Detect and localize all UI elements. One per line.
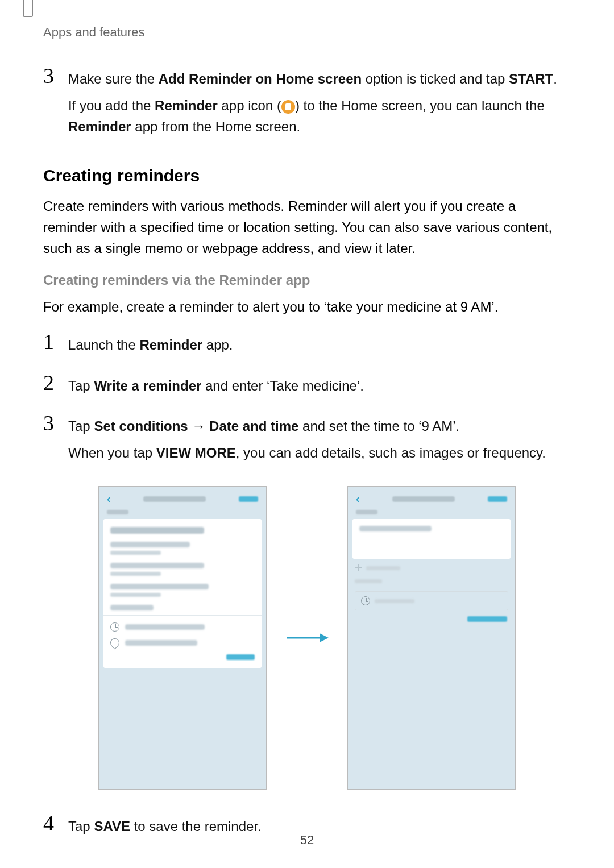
view-more-label-placeholder <box>467 616 507 622</box>
placeholder-line <box>110 527 204 534</box>
page-tab-decoration <box>23 0 33 17</box>
text: Tap <box>68 418 94 434</box>
step-number: 3 <box>43 65 68 86</box>
placeholder-line <box>110 593 161 597</box>
bold-text: Reminder <box>139 337 202 352</box>
page: Apps and features 3 Make sure the Add Re… <box>0 0 614 868</box>
location-row <box>110 638 255 647</box>
text: and set the time to ‘9 AM’. <box>298 418 459 434</box>
text: ) to the Home screen, you can launch the <box>295 98 545 113</box>
step-3: 3 Tap Set conditions → Date and time and… <box>43 412 571 469</box>
placeholder-line <box>110 563 204 568</box>
step-1: 1 Launch the Reminder app. <box>43 331 571 361</box>
header-title-placeholder <box>143 496 206 502</box>
text: , you can add details, such as images or… <box>236 445 546 460</box>
add-attachment-row <box>355 564 508 571</box>
placeholder-line <box>359 526 432 531</box>
placeholder-line <box>125 624 205 630</box>
placeholder-line <box>110 542 190 547</box>
cancel-label-placeholder <box>226 654 255 660</box>
text: . <box>553 71 557 86</box>
placeholder-line <box>110 584 209 589</box>
placeholder-line <box>366 566 400 570</box>
date-time-row <box>110 622 255 632</box>
page-number: 52 <box>0 833 614 848</box>
figure-row: ‹ <box>43 486 571 790</box>
screenshot-right: ‹ <box>347 486 516 790</box>
attachment-area <box>355 564 508 622</box>
content-area: 3 Make sure the Add Reminder on Home scr… <box>43 65 571 842</box>
text: and enter ‘Take medicine’. <box>201 378 364 393</box>
text: option is ticked and tap <box>362 71 509 86</box>
step-number: 2 <box>43 372 68 393</box>
bold-text: Date and time <box>209 418 298 434</box>
heading-creating-reminders: Creating reminders <box>43 166 571 185</box>
phone-header: ‹ <box>99 487 266 509</box>
text: to save the reminder. <box>130 819 262 834</box>
bold-text: Write a reminder <box>94 378 201 393</box>
clock-icon <box>110 622 119 632</box>
placeholder-line <box>125 640 197 646</box>
datetime-box <box>355 591 508 610</box>
placeholder-line <box>110 551 161 555</box>
screenshot-left: ‹ <box>98 486 267 790</box>
memo-card <box>352 519 511 559</box>
save-label-placeholder <box>239 496 258 502</box>
bold-text: Set conditions <box>94 418 188 434</box>
step-body: Make sure the Add Reminder on Home scree… <box>68 68 571 143</box>
text: app icon ( <box>218 98 281 113</box>
text: If you add the <box>68 98 155 113</box>
step-body: Tap Set conditions → Date and time and s… <box>68 416 546 469</box>
save-label-placeholder <box>488 496 507 502</box>
text: app. <box>202 337 233 352</box>
paragraph: For example, create a reminder to alert … <box>43 296 571 317</box>
subheading: Creating reminders via the Reminder app <box>43 272 571 288</box>
conditions-card <box>103 519 262 668</box>
placeholder-line <box>375 599 414 603</box>
step-body: Tap Write a reminder and enter ‘Take med… <box>68 375 364 402</box>
sub-label-placeholder <box>356 510 377 514</box>
arrow-text: → <box>188 418 209 434</box>
placeholder-line <box>110 572 161 576</box>
text: Make sure the <box>68 71 159 86</box>
text: app from the Home screen. <box>131 119 300 134</box>
step-number: 4 <box>43 812 68 834</box>
bold-text: SAVE <box>94 819 130 834</box>
reminder-app-icon <box>281 100 295 114</box>
bold-text: START <box>509 71 553 86</box>
step-body: Launch the Reminder app. <box>68 334 233 361</box>
phone-header: ‹ <box>348 487 515 509</box>
clock-icon <box>361 596 370 605</box>
divider <box>103 615 262 616</box>
bold-text: Reminder <box>68 119 131 134</box>
back-icon: ‹ <box>107 492 111 505</box>
step-number: 3 <box>43 412 68 434</box>
sub-label-placeholder <box>107 510 128 514</box>
svg-marker-1 <box>320 633 329 642</box>
arrow-right-icon <box>284 631 330 645</box>
section-header: Apps and features <box>43 25 575 40</box>
bold-text: VIEW MORE <box>156 445 236 460</box>
text: When you tap <box>68 445 156 460</box>
back-icon: ‹ <box>356 492 360 505</box>
arrow-figure <box>281 631 333 645</box>
text: Tap <box>68 819 94 834</box>
text: Tap <box>68 378 94 393</box>
step-number: 1 <box>43 331 68 352</box>
plus-icon <box>355 564 362 571</box>
text: Launch the <box>68 337 139 352</box>
step-3a: 3 Make sure the Add Reminder on Home scr… <box>43 65 571 143</box>
header-title-placeholder <box>392 496 455 502</box>
bold-text: Reminder <box>155 98 218 113</box>
paragraph: Create reminders with various methods. R… <box>43 196 571 259</box>
location-pin-icon <box>109 637 122 650</box>
bold-text: Add Reminder on Home screen <box>159 71 362 86</box>
placeholder-line <box>110 605 154 610</box>
placeholder-line <box>355 579 382 583</box>
step-2: 2 Tap Write a reminder and enter ‘Take m… <box>43 372 571 402</box>
